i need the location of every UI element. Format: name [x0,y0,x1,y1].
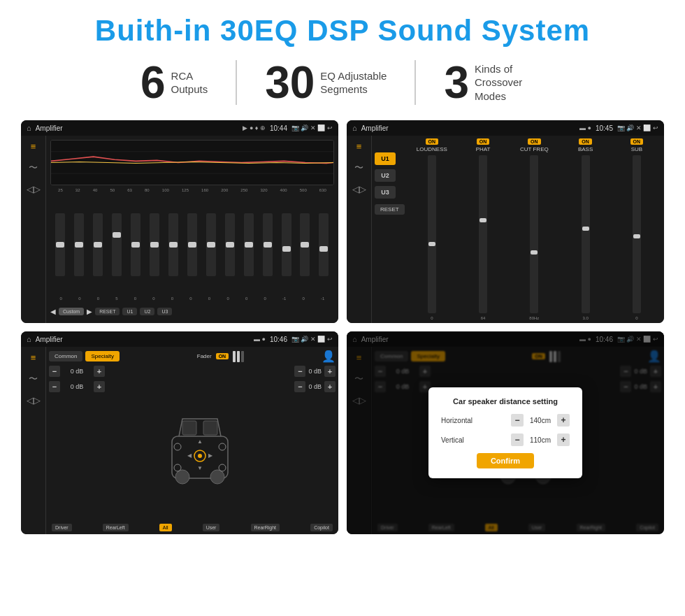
eq-slider-4[interactable] [112,213,122,276]
horizontal-plus-btn[interactable]: + [557,414,570,427]
user-btn-bl[interactable]: User [203,524,220,531]
amp-reset-btn[interactable]: RESET [375,204,405,215]
stat-number-crossover: 3 [444,60,469,105]
eq-bottom-bar: ◀ Custom ▶ RESET U1 U2 U3 [50,303,334,319]
sidebar-eq-icon-bl[interactable]: ≡ [31,352,36,363]
eq-prev-icon[interactable]: ◀ [50,308,56,315]
db-plus-1-bl[interactable]: + [94,366,105,377]
db-value-r2-bl: 0 dB [308,383,322,390]
amp-u1-btn[interactable]: U1 [375,152,396,165]
eq-slider-8[interactable] [187,213,197,276]
amp-bass-col: ON BASS 3.0 [561,138,610,320]
sub-on[interactable]: ON [630,138,644,145]
eq-slider-10[interactable] [225,213,235,276]
amp-cutfreq-col: ON CUT FREQ 80Hz [510,138,558,320]
channel-tabs-bl: Common Specialty [49,351,120,361]
db-plus-2-bl[interactable]: + [94,381,105,392]
eq-slider-3[interactable] [93,213,103,276]
eq-u1-btn[interactable]: U1 [122,308,137,315]
rearright-btn-bl[interactable]: RearRight [251,524,280,531]
amp-controls: ON LOUDNESS 0 ON PHAT [408,138,661,320]
db-value-1-bl: 0 dB [63,368,91,375]
loudness-label: LOUDNESS [417,146,447,152]
fader-bar-3 [241,351,244,362]
confirm-button[interactable]: Confirm [477,453,534,468]
sidebar-eq-icon[interactable]: ≡ [31,141,36,152]
status-icons-tr: ▬ ● [579,124,591,131]
db-minus-2-bl[interactable]: − [49,381,60,392]
svg-text:▼: ▼ [197,465,203,471]
freq-200: 200 [221,188,228,192]
eq-slider-15[interactable] [319,213,329,276]
eq-custom-btn[interactable]: Custom [59,308,84,315]
status-right-tr: 📷 🔊 ✕ ⬜ ↩ [617,124,658,131]
eq-slider-12[interactable] [263,213,273,276]
phat-slider[interactable] [479,155,487,313]
screen-content-tl: ≡ 〜 ◁▷ [21,136,338,323]
eq-u2-btn[interactable]: U2 [140,308,154,315]
vertical-plus-btn[interactable]: + [557,434,570,446]
phat-on[interactable]: ON [477,138,490,145]
eq-slider-11[interactable] [244,213,254,276]
eq-slider-2[interactable] [74,213,84,276]
loudness-slider[interactable] [428,155,436,313]
eq-slider-14[interactable] [300,213,310,276]
bass-on[interactable]: ON [579,138,592,145]
loudness-on[interactable]: ON [426,138,439,145]
eq-graph [50,140,334,185]
cutfreq-slider[interactable] [530,155,538,313]
svg-point-7 [175,470,189,484]
vertical-value: 110cm [526,436,554,444]
eq-next-icon[interactable]: ▶ [87,308,92,315]
channel-tab-common-bl[interactable]: Common [49,351,82,361]
eq-slider-7[interactable] [168,213,178,276]
db-plus-r2-bl[interactable]: + [324,381,336,392]
db-minus-1-bl[interactable]: − [49,366,60,377]
sidebar-wave-icon-tr[interactable]: 〜 [354,162,363,174]
copilot-btn-bl[interactable]: Copilot [310,524,333,531]
status-icons-tl: ▶ ● ♦ ⊕ [243,124,266,131]
stat-eq: 30 EQ AdjustableSegments [237,60,416,105]
sidebar-wave-icon-bl[interactable]: 〜 [29,373,38,385]
sidebar-vol-icon[interactable]: ◁▷ [27,184,41,194]
bass-slider[interactable] [582,155,590,313]
eq-slider-5[interactable] [131,213,140,276]
db-controls-right-bl: − 0 dB + − 0 dB + [294,366,336,521]
stat-text-rca: RCAOutputs [171,69,208,96]
stat-rca: 6 RCAOutputs [113,60,237,105]
svg-text:▲: ▲ [197,438,203,445]
eq-u3-btn[interactable]: U3 [157,308,172,315]
db-minus-r2-bl[interactable]: − [294,381,305,392]
db-minus-r1-bl[interactable]: − [294,366,305,377]
eq-slider-9[interactable] [206,213,216,276]
app-title-tr: Amplifier [361,124,575,132]
amp-u2-btn[interactable]: U2 [375,169,396,182]
db-plus-r1-bl[interactable]: + [324,366,336,377]
channel-tab-specialty-bl[interactable]: Specialty [85,351,119,361]
all-btn-bl[interactable]: All [159,524,172,531]
freq-125: 125 [182,188,189,192]
db-row-1-right-bl: − 0 dB + [294,366,336,377]
cutfreq-on[interactable]: ON [528,138,541,145]
eq-reset-btn[interactable]: RESET [95,308,120,315]
stat-crossover: 3 Kinds ofCrossover Modes [416,60,572,105]
vertical-minus-btn[interactable]: − [511,434,524,446]
eq-slider-13[interactable] [282,213,291,276]
eq-slider-6[interactable] [150,213,159,276]
db-value-2-bl: 0 dB [63,383,91,390]
sidebar-vol-icon-bl[interactable]: ◁▷ [27,395,41,406]
stat-number-eq: 30 [265,60,315,105]
sidebar-eq-icon-tr[interactable]: ≡ [356,141,362,152]
eq-slider-1[interactable] [55,213,65,276]
horizontal-minus-btn[interactable]: − [511,414,524,427]
sidebar-vol-icon-tr[interactable]: ◁▷ [352,184,366,194]
driver-btn-bl[interactable]: Driver [52,524,72,531]
page-container: Buith-in 30EQ DSP Sound System 6 RCAOutp… [0,0,685,616]
freq-40: 40 [93,188,98,192]
sub-slider[interactable] [633,155,641,313]
fader-on-bl[interactable]: ON [216,353,229,359]
freq-500: 500 [300,188,307,192]
sidebar-wave-icon[interactable]: 〜 [29,162,38,174]
rearleft-btn-bl[interactable]: RearLeft [103,524,129,531]
amp-u3-btn[interactable]: U3 [375,186,396,199]
